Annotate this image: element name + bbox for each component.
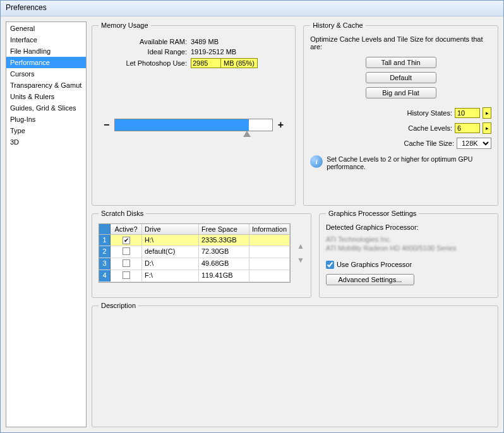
history-states-label: History States: [407,109,452,117]
cache-tile-label: Cache Tile Size: [404,139,454,147]
move-down-icon[interactable]: ▼ [297,256,304,264]
row-active[interactable] [111,270,142,282]
use-gpu-label: Use Graphics Processor [337,261,412,268]
history-legend: History & Cache [310,21,365,29]
info-icon: i [310,155,323,168]
memory-usage-group: Memory Usage Available RAM: 3489 MB Idea… [92,21,296,206]
history-cache-group: History & Cache Optimize Cache Levels an… [303,21,498,206]
col-active-header: Active? [111,224,142,234]
reorder-arrows: ▲ ▼ [297,242,304,264]
window-titlebar: Preferences [1,1,503,16]
slider-minus[interactable]: − [99,119,114,131]
row-free: 49.68GB [199,258,249,270]
default-button[interactable]: Default [366,72,436,83]
description-legend: Description [99,302,138,309]
memory-legend: Memory Usage [99,21,151,29]
memory-slider[interactable] [114,119,272,131]
advanced-settings-button[interactable]: Advanced Settings... [326,274,414,285]
preferences-window: Preferences GeneralInterfaceFile Handlin… [0,0,504,433]
ideal-range-value: 1919-2512 MB [191,48,236,56]
cache-levels-label: Cache Levels: [408,124,452,132]
sidebar-item-plug-ins[interactable]: Plug-Ins [6,114,86,125]
col-num-header [99,224,111,234]
row-drive: H:\ [142,235,199,246]
row-info [249,235,290,246]
row-info [249,258,290,270]
row-active[interactable] [111,258,142,270]
row-free: 119.41GB [199,270,249,282]
sidebar-item-file-handling[interactable]: File Handling [6,45,86,57]
sidebar-item-cursors[interactable]: Cursors [6,68,86,80]
row-info [249,270,290,282]
description-group: Description [92,302,498,427]
slider-plus[interactable]: + [273,119,289,131]
slider-fill [115,119,248,131]
col-free-header: Free Space [199,224,249,234]
gpu-legend: Graphics Processor Settings [326,210,419,217]
row-active[interactable]: ✔ [111,235,142,246]
table-row[interactable]: 4F:\119.41GB [99,270,290,282]
row-drive: default(C) [142,246,199,258]
memory-use-unit: MB (85%) [221,58,258,68]
history-states-spinner[interactable]: ▸ [483,107,491,119]
row-active[interactable] [111,246,142,258]
row-drive: F:\ [142,270,199,282]
sidebar-item-type[interactable]: Type [6,125,86,136]
scratch-disks-group: Scratch Disks Active? Drive Free Space I… [92,210,311,298]
sidebar-item--d[interactable]: 3D [6,136,86,148]
table-row[interactable]: 2default(C)72.30GB [99,246,290,258]
row-num: 4 [99,270,111,282]
memory-use-input[interactable] [191,58,221,68]
history-intro: Optimize Cache Levels and Tile Size for … [310,35,491,50]
available-ram-value: 3489 MB [191,38,219,45]
table-row[interactable]: 3D:\49.68GB [99,258,290,270]
row-num: 1 [99,235,111,246]
ideal-range-label: Ideal Range: [99,48,187,56]
row-drive: D:\ [142,258,199,270]
col-drive-header: Drive [142,224,199,234]
cache-levels-spinner[interactable]: ▸ [483,122,491,134]
sidebar-item-transparency-gamut[interactable]: Transparency & Gamut [6,80,86,91]
cache-tile-select[interactable]: 128K [457,138,491,149]
main-panel: Memory Usage Available RAM: 3489 MB Idea… [92,21,498,427]
content-area: GeneralInterfaceFile HandlingPerformance… [1,16,503,432]
scratch-legend: Scratch Disks [99,210,146,217]
detected-gpu-value: ATI Technologies Inc.ATI Mobility Radeon… [326,235,491,253]
sidebar-item-units-rulers[interactable]: Units & Rulers [6,91,86,102]
big-flat-button[interactable]: Big and Flat [366,87,436,98]
row-num: 2 [99,246,111,258]
sidebar-item-guides-grid-slices[interactable]: Guides, Grid & Slices [6,102,86,114]
slider-thumb[interactable] [243,131,251,137]
row-free: 2335.33GB [199,235,249,246]
gpu-settings-group: Graphics Processor Settings Detected Gra… [319,210,498,298]
sidebar-item-general[interactable]: General [6,23,86,34]
row-num: 3 [99,258,111,270]
category-sidebar: GeneralInterfaceFile HandlingPerformance… [6,21,87,427]
sidebar-item-performance[interactable]: Performance [6,57,86,68]
detected-gpu-label: Detected Graphics Processor: [326,223,491,231]
cache-levels-input[interactable] [455,123,480,133]
tall-thin-button[interactable]: Tall and Thin [366,57,436,68]
row-free: 72.30GB [199,246,249,258]
move-up-icon[interactable]: ▲ [297,242,304,251]
available-ram-label: Available RAM: [99,38,187,45]
scratch-table: Active? Drive Free Space Information 1✔H… [99,223,291,283]
info-text: Set Cache Levels to 2 or higher for opti… [327,155,491,170]
window-title: Preferences [6,3,47,12]
col-info-header: Information [249,224,290,234]
let-use-label: Let Photoshop Use: [99,59,187,67]
history-states-input[interactable] [455,108,480,118]
sidebar-item-interface[interactable]: Interface [6,34,86,45]
table-row[interactable]: 1✔H:\2335.33GB [99,235,290,246]
use-gpu-checkbox[interactable] [326,261,334,269]
row-info [249,246,290,258]
